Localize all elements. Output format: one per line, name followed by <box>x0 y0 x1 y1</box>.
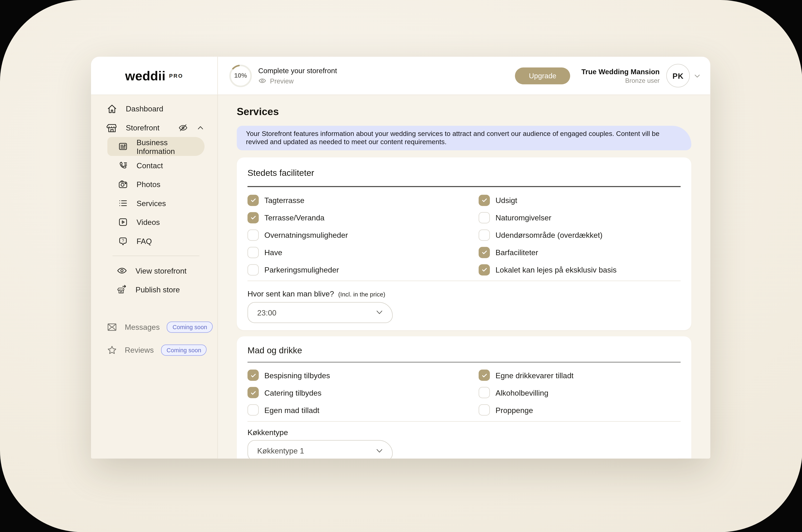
question-label: Køkkentype <box>247 428 681 437</box>
chevron-down-icon[interactable] <box>693 71 702 80</box>
checkbox-row: Parkeringsmuligheder <box>247 261 479 278</box>
sidebar-item-label: Services <box>137 199 166 208</box>
checkbox-row: Lokalet kan lejes på eksklusiv basis <box>479 261 681 278</box>
sidebar-item-contact[interactable]: Contact <box>106 156 205 175</box>
checkbox-unchecked[interactable] <box>479 212 490 223</box>
sidebar-item-services[interactable]: Services <box>106 194 205 213</box>
checkbox-unchecked[interactable] <box>247 247 259 258</box>
video-icon <box>118 217 128 228</box>
checkbox-label: Tagterrasse <box>264 196 304 205</box>
sidebar: weddii PRO Dashboard Storefront <box>91 57 218 459</box>
checkbox-column-left: TagterrasseTerrasse/VerandaOvernatningsm… <box>247 191 479 278</box>
sidebar-item-publish-store[interactable]: Publish store <box>106 280 205 299</box>
chevron-down-icon <box>375 308 384 317</box>
checkbox-unchecked[interactable] <box>247 264 259 275</box>
sidebar-item-reviews[interactable]: Reviews Coming soon <box>106 340 205 359</box>
checkbox-checked[interactable] <box>247 194 259 206</box>
checkbox-row: Udsigt <box>479 191 681 209</box>
checkbox-checked[interactable] <box>479 194 490 206</box>
checkbox-row: Proppenge <box>479 401 681 419</box>
coming-soon-badge: Coming soon <box>161 344 207 356</box>
checkbox-label: Egen mad tilladt <box>264 406 319 414</box>
checkbox-unchecked[interactable] <box>247 229 259 241</box>
checkbox-checked[interactable] <box>479 247 490 258</box>
select-value: Køkkentype 1 <box>257 446 304 455</box>
home-icon <box>106 103 118 114</box>
checkbox-label: Catering tilbydes <box>264 388 321 397</box>
checkbox-row: Overnatningsmuligheder <box>247 226 479 244</box>
sidebar-item-dashboard[interactable]: Dashboard <box>106 99 205 118</box>
star-icon <box>106 344 118 356</box>
card-title: Mad og drikke <box>247 345 681 356</box>
progress-percentage: 10% <box>229 63 253 88</box>
sidebar-item-storefront[interactable]: Storefront <box>106 118 205 137</box>
kitchen-type-select[interactable]: Køkkentype 1 <box>247 440 393 459</box>
sidebar-item-videos[interactable]: Videos <box>106 213 205 232</box>
checkbox-checked[interactable] <box>479 370 490 381</box>
sidebar-item-view-storefront[interactable]: View storefront <box>106 261 205 280</box>
checkbox-label: Egne drikkevarer tilladt <box>496 371 574 380</box>
checkbox-checked[interactable] <box>479 264 490 275</box>
storefront-progress-text: Complete your storefront Preview <box>258 66 337 85</box>
sidebar-item-label: Dashboard <box>126 104 163 113</box>
sidebar-item-label: Photos <box>137 180 161 189</box>
sidebar-item-messages[interactable]: Messages Coming soon <box>106 318 205 337</box>
chevron-up-icon[interactable] <box>197 124 205 132</box>
sidebar-divider <box>112 255 200 256</box>
checkbox-unchecked[interactable] <box>479 404 490 416</box>
envelope-icon <box>106 321 118 332</box>
eye-icon <box>117 265 127 276</box>
checkbox-label: Barfaciliteter <box>496 248 538 257</box>
chevron-down-icon <box>375 446 384 455</box>
sidebar-item-label: Storefront <box>126 123 160 132</box>
section-rule <box>247 421 681 422</box>
header-right: Upgrade True Wedding Mansion Bronze user… <box>515 64 702 88</box>
upgrade-button[interactable]: Upgrade <box>515 67 570 84</box>
checkbox-checked[interactable] <box>247 370 259 381</box>
checkbox-row: Terrasse/Veranda <box>247 209 479 226</box>
main-column: 10% Complete your storefront Preview Upg… <box>218 57 710 459</box>
checkbox-label: Proppenge <box>496 406 533 414</box>
storefront-progress-ring: 10% <box>229 63 253 88</box>
checkbox-checked[interactable] <box>247 212 259 223</box>
checkbox-label: Udsigt <box>496 196 517 205</box>
select-value: 23:00 <box>257 308 277 317</box>
preview-label: Preview <box>270 77 294 84</box>
checkbox-column-right: UdsigtNaturomgivelserUdendørsområde (ove… <box>479 191 681 278</box>
checkbox-checked[interactable] <box>247 387 259 398</box>
account-info: True Wedding Mansion Bronze user <box>581 67 660 84</box>
sidebar-item-faq[interactable]: ? FAQ <box>106 232 205 251</box>
top-bar: 10% Complete your storefront Preview Upg… <box>218 57 710 95</box>
checkbox-label: Naturomgivelser <box>496 213 552 222</box>
list-icon <box>118 198 128 209</box>
logo[interactable]: weddii PRO <box>91 57 218 95</box>
checkbox-row: Catering tilbydes <box>247 384 479 401</box>
time-select[interactable]: 23:00 <box>247 302 393 323</box>
question-text: Køkkentype <box>247 428 288 437</box>
checkbox-row: Egne drikkevarer tilladt <box>479 366 681 384</box>
content-area: Services Your Storefront features inform… <box>218 95 710 459</box>
checkbox-label: Have <box>264 248 282 257</box>
checkbox-row: Alkoholbevilling <box>479 384 681 401</box>
sidebar-nav: Dashboard Storefront Business <box>91 95 218 359</box>
question-text: Hvor sent kan man blive? <box>247 289 334 298</box>
sidebar-item-label: Publish store <box>136 285 180 294</box>
checkbox-row: Have <box>247 244 479 261</box>
svg-text:?: ? <box>122 238 124 243</box>
sidebar-item-photos[interactable]: Photos <box>106 175 205 194</box>
eye-off-icon[interactable] <box>178 122 188 133</box>
checkbox-row: Naturomgivelser <box>479 209 681 226</box>
checkbox-label: Lokalet kan lejes på eksklusiv basis <box>496 265 617 274</box>
sidebar-item-business-information[interactable]: Business Information <box>107 137 205 156</box>
preview-button[interactable]: Preview <box>258 77 294 85</box>
scale-wrapper: weddii PRO Dashboard Storefront <box>0 0 802 532</box>
question-note: (Incl. in the price) <box>338 290 385 298</box>
checkbox-unchecked[interactable] <box>247 404 259 416</box>
checkbox-unchecked[interactable] <box>479 229 490 241</box>
checkbox-row: Tagterrasse <box>247 191 479 209</box>
avatar[interactable]: PK <box>666 64 690 88</box>
brand-name: weddii <box>125 68 166 83</box>
checkbox-unchecked[interactable] <box>479 387 490 398</box>
sidebar-item-label: Reviews <box>125 345 154 354</box>
section-rule <box>247 280 681 281</box>
